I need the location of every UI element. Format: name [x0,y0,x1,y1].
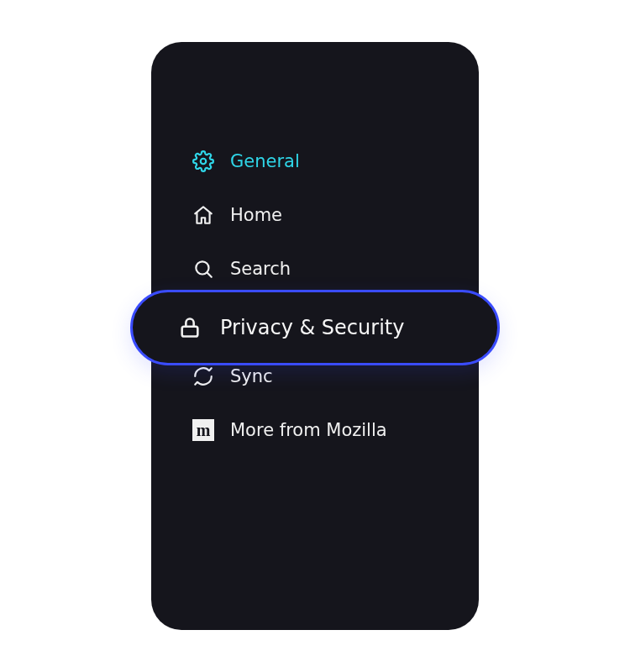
svg-point-0 [201,159,207,165]
sidebar-item-general[interactable]: General [192,134,479,188]
sidebar-item-home[interactable]: Home [192,188,479,242]
sidebar-item-more-from-mozilla[interactable]: m More from Mozilla [192,403,479,457]
sidebar-item-label: Sync [230,366,273,386]
sync-icon [192,365,215,388]
sidebar-item-label: Home [230,205,282,225]
sidebar-item-search[interactable]: Search [192,242,479,296]
gear-icon [192,150,215,173]
mozilla-icon: m [192,418,215,442]
sidebar-item-label: Privacy & Security [220,316,404,339]
home-icon [192,203,215,227]
lock-icon [178,316,202,339]
search-icon [192,257,215,281]
svg-rect-3 [182,327,198,337]
sidebar-item-label: More from Mozilla [230,420,387,440]
svg-line-2 [207,273,212,277]
sidebar-item-label: Search [230,259,291,279]
sidebar-item-privacy-security[interactable]: Privacy & Security [130,290,500,365]
sidebar-item-label: General [230,151,300,171]
